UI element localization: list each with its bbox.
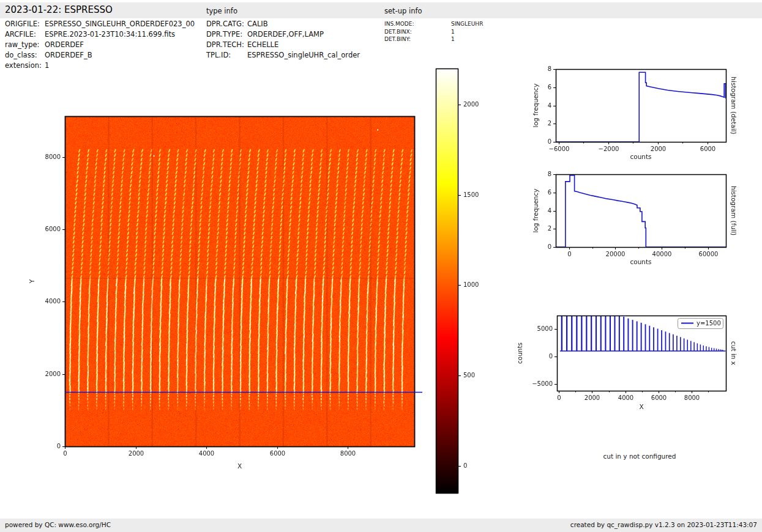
setup-info-row: DET.BINX: 1 <box>384 28 483 36</box>
type-info-heading: type info <box>206 7 237 15</box>
type-info-row: DPR.TECH: ECHELLE <box>206 40 360 50</box>
setup-info-row: INS.MODE: SINGLEUHR <box>384 20 483 28</box>
file-info-row: raw_type: ORDERDEF <box>5 40 195 50</box>
raw-type-label: raw_type: <box>5 40 45 50</box>
origfile-value: ESPRESSO_SINGLEUHR_ORDERDEF023_00 <box>45 19 195 29</box>
det-biny-label: DET.BINY: <box>384 35 451 43</box>
histogram-detail-plot <box>526 61 762 166</box>
ins-mode-label: INS.MODE: <box>384 20 451 28</box>
ins-mode-value: SINGLEUHR <box>451 20 483 28</box>
file-info-row: ORIGFILE: ESPRESSO_SINGLEUHR_ORDERDEF023… <box>5 19 195 29</box>
header-strip <box>0 2 762 18</box>
histogram-full-plot <box>526 166 762 272</box>
type-info-row: DPR.TYPE: ORDERDEF,OFF,LAMP <box>206 29 360 40</box>
type-info-row: DPR.CATG: CALIB <box>206 19 360 29</box>
det-binx-value: 1 <box>451 28 455 36</box>
type-info-block: DPR.CATG: CALIB DPR.TYPE: ORDERDEF,OFF,L… <box>206 19 360 61</box>
raw-image-plot <box>24 107 428 474</box>
extension-value: 1 <box>45 61 49 71</box>
tpl-id-label: TPL.ID: <box>206 50 247 61</box>
det-biny-value: 1 <box>451 35 455 43</box>
setup-info-block: INS.MODE: SINGLEUHR DET.BINX: 1 DET.BINY… <box>384 20 483 43</box>
file-info-row: do_class: ORDERDEF_B <box>5 50 195 61</box>
cut-in-y-note: cut in y not configured <box>551 453 728 460</box>
colorbar <box>428 64 490 498</box>
extension-label: extension: <box>5 61 45 71</box>
origfile-label: ORIGFILE: <box>5 19 45 29</box>
file-info-block: ORIGFILE: ESPRESSO_SINGLEUHR_ORDERDEF023… <box>5 19 195 71</box>
dpr-type-value: ORDERDEF,OFF,LAMP <box>247 29 324 40</box>
det-binx-label: DET.BINX: <box>384 28 451 36</box>
cut-in-x-plot <box>508 308 762 422</box>
dpr-catg-label: DPR.CATG: <box>206 19 247 29</box>
file-info-row: extension: 1 <box>5 61 195 71</box>
setup-info-heading: set-up info <box>384 7 422 15</box>
do-class-value: ORDERDEF_B <box>45 50 92 61</box>
do-class-label: do_class: <box>5 50 45 61</box>
tpl-id-value: ESPRESSO_singleUHR_cal_order <box>247 50 360 61</box>
arcfile-value: ESPRE.2023-01-23T10:34:11.699.fits <box>45 29 175 40</box>
file-info-row: ARCFILE: ESPRE.2023-01-23T10:34:11.699.f… <box>5 29 195 40</box>
qc-report-page: 2023-01-22: ESPRESSO type info set-up in… <box>0 0 762 532</box>
footer-powered-by: powered by QC: www.eso.org/HC <box>5 521 111 528</box>
setup-info-row: DET.BINY: 1 <box>384 35 483 43</box>
dpr-tech-value: ECHELLE <box>247 40 278 50</box>
page-title: 2023-01-22: ESPRESSO <box>5 4 113 15</box>
footer-created-by: created by qc_rawdisp.py v1.2.3 on 2023-… <box>570 521 757 528</box>
type-info-row: TPL.ID: ESPRESSO_singleUHR_cal_order <box>206 50 360 61</box>
dpr-tech-label: DPR.TECH: <box>206 40 247 50</box>
dpr-type-label: DPR.TYPE: <box>206 29 247 40</box>
arcfile-label: ARCFILE: <box>5 29 45 40</box>
raw-type-value: ORDERDEF <box>45 40 84 50</box>
dpr-catg-value: CALIB <box>247 19 268 29</box>
